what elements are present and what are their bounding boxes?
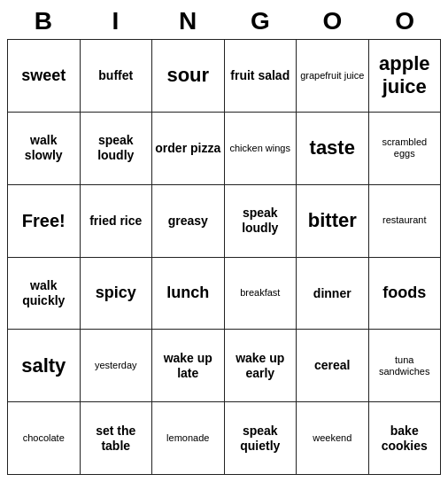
bingo-cell-24: salty xyxy=(8,330,81,402)
bingo-cell-19: spicy xyxy=(81,258,153,330)
bingo-cell-21: breakfast xyxy=(225,258,297,330)
bingo-cell-17: restaurant xyxy=(369,185,442,258)
bingo-cell-35: bake cookies xyxy=(369,402,442,475)
bingo-cell-30: chocolate xyxy=(8,402,81,475)
bingo-cell-15: speak loudly xyxy=(225,185,297,258)
bingo-cell-28: cereal xyxy=(297,330,369,402)
bingo-cell-10: taste xyxy=(297,113,369,185)
bingo-cell-5: apple juice xyxy=(369,40,442,113)
bingo-cell-31: set the table xyxy=(81,402,153,475)
bingo-cell-26: wake up late xyxy=(152,330,225,402)
header-letter-n2: N xyxy=(151,7,224,35)
bingo-cell-0: sweet xyxy=(8,40,81,113)
bingo-cell-3: fruit salad xyxy=(225,40,297,113)
bingo-cell-29: tuna sandwiches xyxy=(369,330,442,402)
header-letter-o5: O xyxy=(368,7,441,35)
bingo-cell-14: greasy xyxy=(152,185,225,258)
bingo-cell-2: sour xyxy=(152,40,225,113)
bingo-cell-33: speak quietly xyxy=(225,402,297,475)
bingo-cell-23: foods xyxy=(369,258,442,330)
bingo-cell-1: buffet xyxy=(81,40,153,113)
bingo-cell-7: speak loudly xyxy=(81,113,153,185)
bingo-cell-13: fried rice xyxy=(81,185,153,258)
bingo-cell-11: scrambled eggs xyxy=(369,113,442,185)
header-letter-b0: B xyxy=(7,7,80,35)
bingo-cell-22: dinner xyxy=(297,258,369,330)
bingo-cell-25: yesterday xyxy=(81,330,153,402)
bingo-header: BINGOO xyxy=(7,7,441,35)
bingo-cell-34: weekend xyxy=(297,402,369,475)
bingo-cell-20: lunch xyxy=(152,258,225,330)
bingo-cell-4: grapefruit juice xyxy=(297,40,369,113)
header-letter-i1: I xyxy=(80,7,152,35)
bingo-cell-32: lemonade xyxy=(152,402,225,475)
bingo-cell-18: walk quickly xyxy=(8,258,81,330)
bingo-cell-9: chicken wings xyxy=(225,113,297,185)
bingo-cell-16: bitter xyxy=(297,185,369,258)
bingo-grid: sweetbuffetsourfruit saladgrapefruit jui… xyxy=(7,39,441,475)
bingo-cell-12: Free! xyxy=(8,185,81,258)
header-letter-g3: G xyxy=(224,7,297,35)
bingo-cell-6: walk slowly xyxy=(8,113,81,185)
header-letter-o4: O xyxy=(297,7,369,35)
bingo-cell-27: wake up early xyxy=(225,330,297,402)
bingo-cell-8: order pizza xyxy=(152,113,225,185)
